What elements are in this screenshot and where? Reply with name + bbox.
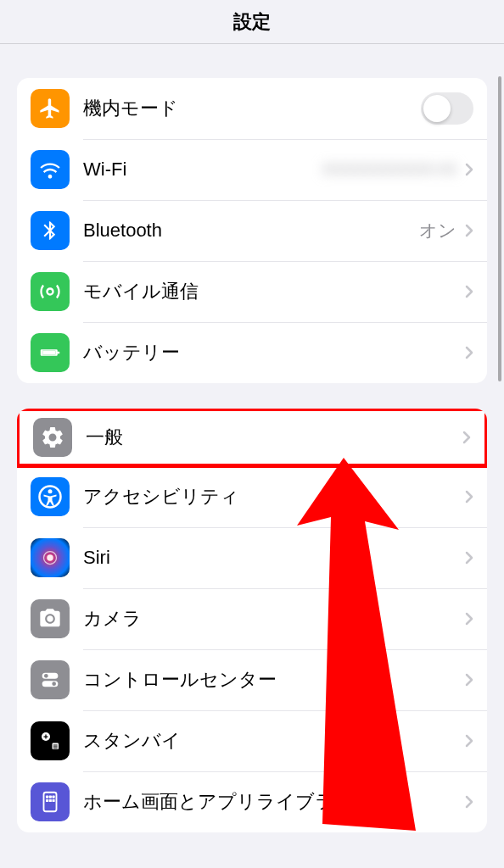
svg-rect-17 bbox=[53, 799, 55, 802]
row-label: ホーム画面とアプリライブラリ bbox=[83, 789, 465, 815]
airplane-toggle[interactable] bbox=[421, 92, 473, 125]
row-general[interactable]: 一般 bbox=[17, 409, 487, 468]
settings-group-connectivity: 機内モード Wi-Fi XXXXXXXXXXXX-XX Bluetooth オン… bbox=[17, 78, 487, 383]
row-bluetooth[interactable]: Bluetooth オン bbox=[17, 200, 487, 261]
row-wifi[interactable]: Wi-Fi XXXXXXXXXXXX-XX bbox=[17, 139, 487, 200]
chevron-right-icon bbox=[465, 734, 473, 748]
row-label: 機内モード bbox=[83, 96, 421, 121]
chevron-right-icon bbox=[465, 612, 473, 626]
chevron-right-icon bbox=[465, 551, 473, 565]
row-accessibility[interactable]: アクセシビリティ bbox=[17, 466, 487, 527]
row-camera[interactable]: カメラ bbox=[17, 588, 487, 649]
row-battery[interactable]: バッテリー bbox=[17, 322, 487, 383]
chevron-right-icon bbox=[465, 346, 473, 359]
header: 設定 bbox=[0, 0, 504, 44]
row-standby[interactable]: スタンバイ bbox=[17, 710, 487, 771]
row-label: 一般 bbox=[86, 425, 462, 450]
svg-rect-15 bbox=[46, 799, 48, 802]
gear-icon bbox=[33, 418, 72, 457]
row-label: Siri bbox=[83, 547, 465, 569]
svg-rect-13 bbox=[49, 796, 52, 798]
svg-rect-16 bbox=[49, 799, 52, 802]
row-label: バッテリー bbox=[83, 340, 465, 365]
settings-group-system: 一般 アクセシビリティ Siri カメラ bbox=[17, 409, 487, 832]
wifi-network-name: XXXXXXXXXXXX-XX bbox=[322, 161, 456, 179]
camera-icon bbox=[31, 599, 70, 638]
bluetooth-status: オン bbox=[419, 219, 456, 242]
row-label: スタンバイ bbox=[83, 728, 465, 754]
row-label: モバイル通信 bbox=[83, 279, 465, 304]
row-control-center[interactable]: コントロールセンター bbox=[17, 649, 487, 710]
chevron-right-icon bbox=[465, 673, 473, 687]
chevron-right-icon bbox=[465, 490, 473, 504]
row-label: Wi-Fi bbox=[83, 159, 322, 181]
chevron-right-icon bbox=[465, 795, 473, 809]
row-airplane-mode[interactable]: 機内モード bbox=[17, 78, 487, 139]
chevron-right-icon bbox=[462, 431, 471, 444]
row-home-screen[interactable]: ホーム画面とアプリライブラリ bbox=[17, 771, 487, 832]
svg-rect-12 bbox=[46, 796, 48, 798]
svg-rect-0 bbox=[42, 351, 55, 355]
siri-icon bbox=[31, 538, 70, 577]
chevron-right-icon bbox=[465, 163, 473, 176]
page-title: 設定 bbox=[233, 9, 271, 35]
standby-icon bbox=[31, 721, 70, 760]
row-label: コントロールセンター bbox=[83, 667, 465, 693]
row-siri[interactable]: Siri bbox=[17, 527, 487, 588]
svg-point-4 bbox=[47, 554, 53, 561]
wifi-icon bbox=[31, 150, 70, 189]
cellular-icon bbox=[31, 272, 70, 311]
battery-icon bbox=[31, 333, 70, 372]
chevron-right-icon bbox=[465, 285, 473, 298]
airplane-icon bbox=[31, 89, 70, 128]
svg-point-2 bbox=[48, 489, 53, 493]
scroll-indicator[interactable] bbox=[498, 76, 501, 381]
row-cellular[interactable]: モバイル通信 bbox=[17, 261, 487, 322]
home-screen-icon bbox=[31, 782, 70, 821]
bluetooth-icon bbox=[31, 211, 70, 250]
accessibility-icon bbox=[31, 477, 70, 516]
row-label: アクセシビリティ bbox=[83, 484, 465, 509]
row-label: Bluetooth bbox=[83, 220, 419, 242]
svg-point-8 bbox=[52, 682, 56, 686]
svg-rect-14 bbox=[53, 796, 55, 798]
svg-point-6 bbox=[44, 674, 48, 678]
row-label: カメラ bbox=[83, 606, 465, 632]
chevron-right-icon bbox=[465, 224, 473, 237]
control-center-icon bbox=[31, 660, 70, 699]
